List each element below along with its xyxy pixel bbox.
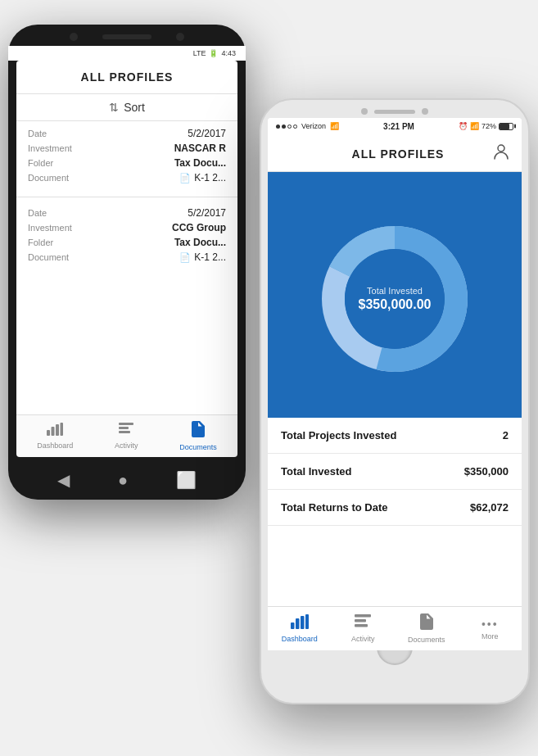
android-value-folder-1: Tax Docu... [85,157,226,169]
iphone-nav-activity[interactable]: Activity [338,614,387,618]
stat-value-invested: $350,000 [464,465,509,478]
android-status-bar: LTE 🔋 4:43 [8,46,246,61]
iphone-camera-right [422,108,428,115]
android-recent-button[interactable]: ⬜ [176,470,197,490]
android-value-doc-2: 📄K-1 2... [85,251,226,263]
iphone-bottom-nav: Dashboard Activity Docum [268,606,522,618]
android-nav-dashboard-label: Dashboard [37,441,73,450]
stats-section: Total Projects Invested 2 Total Invested… [268,418,522,526]
profile-icon[interactable] [492,143,510,165]
android-label-doc-1: Document [28,173,85,183]
iphone-camera [361,108,368,115]
iphone-speaker [374,110,415,114]
android-activity-icon [119,423,133,440]
iphone: Verizon 📶 3:21 PM ⏰ 📶 72% ALL PROFILES [260,98,530,704]
iphone-nav-documents[interactable]: Documents [402,613,451,618]
android-label-date-1: Date [28,129,85,138]
sort-arrows-icon: ⇅ [109,101,119,114]
iphone-nav-more[interactable]: ••• More [465,618,514,618]
carrier-name: Verizon [301,122,326,130]
svg-rect-14 [301,616,305,618]
iphone-screen: Verizon 📶 3:21 PM ⏰ 📶 72% ALL PROFILES [268,118,522,618]
android-phone: LTE 🔋 4:43 ALL PROFILES ⇅ Sort Date 5/2/… [8,25,246,500]
signal-dot-3 [287,124,292,129]
android-field-date-1: Date 5/2/2017 [28,128,226,139]
iphone-time: 3:21 PM [383,122,414,131]
iphone-top [261,100,528,118]
svg-rect-16 [355,614,371,618]
android-nav-activity[interactable]: Activity [115,423,138,450]
donut-center-text: Total Invested $350,000.00 [359,286,432,312]
android-label-folder-1: Folder [28,158,85,168]
android-sort-bar[interactable]: ⇅ Sort [16,94,237,121]
iphone-activity-icon [355,614,371,618]
android-value-date-2: 5/2/2017 [85,207,226,219]
donut-chart: Total Invested $350,000.00 [313,217,477,381]
donut-amount: $350,000.00 [359,297,432,312]
stat-value-returns: $62,072 [470,501,509,514]
svg-rect-0 [47,430,50,436]
iphone-nav-dashboard[interactable]: Dashboard [275,614,324,618]
android-header-title: ALL PROFILES [81,70,174,84]
android-network: LTE [193,49,206,57]
android-camera-right [176,33,184,41]
android-bottom-nav: Dashboard Activity Documents [16,414,237,457]
android-screen: ALL PROFILES ⇅ Sort Date 5/2/2017 Invest… [16,61,237,454]
battery-pct: 72% [481,122,496,130]
svg-rect-15 [305,614,309,618]
android-field-doc-2: Document 📄K-1 2... [28,251,226,263]
pdf-icon-2: 📄 [179,252,191,262]
android-label-investment-1: Investment [28,143,85,153]
android-value-date-1: 5/2/2017 [85,128,226,139]
android-label-folder-2: Folder [28,238,85,247]
stat-label-returns: Total Returns to Date [281,501,388,514]
android-speaker [102,34,151,39]
battery-tip [514,124,516,129]
alarm-icon: ⏰ [459,122,468,130]
iphone-dashboard-icon [291,614,309,618]
pdf-icon-1: 📄 [179,173,191,183]
android-record-1: Date 5/2/2017 Investment NASCAR R Folder… [16,121,237,193]
battery-icon [499,123,513,130]
android-nav-dashboard[interactable]: Dashboard [37,423,73,450]
iphone-more-icon: ••• [481,618,499,618]
stat-label-projects: Total Projects Invested [281,429,396,441]
android-value-folder-2: Tax Docu... [85,237,226,248]
android-value-investment-2: CCG Group [85,222,226,233]
iphone-header-title: ALL PROFILES [304,147,492,161]
android-top-bar [8,25,246,46]
svg-rect-4 [119,423,133,425]
android-back-button[interactable]: ◀ [57,470,70,490]
sort-label: Sort [124,101,145,114]
android-nav-documents-label: Documents [179,443,217,451]
stat-label-invested: Total Invested [281,465,351,478]
stat-row-invested: Total Invested $350,000 [268,454,522,490]
battery-fill [500,124,509,129]
signal-dot-4 [293,124,297,129]
android-hardware-buttons: ◀ ● ⬜ [16,465,237,495]
android-app-header: ALL PROFILES [16,61,237,94]
donut-label: Total Invested [359,286,432,296]
android-time: 4:43 [221,49,236,57]
android-camera [70,33,78,41]
android-dashboard-icon [47,423,63,440]
android-field-folder-2: Folder Tax Docu... [28,237,226,248]
android-nav-documents[interactable]: Documents [179,421,217,451]
iphone-documents-icon [420,613,433,618]
android-field-investment-1: Investment NASCAR R [28,143,226,154]
iphone-battery-area: ⏰ 📶 72% [459,122,513,130]
signal-dot-2 [282,124,286,129]
bluetooth-icon: 📶 [470,122,479,130]
android-field-investment-2: Investment CCG Group [28,222,226,233]
android-documents-icon [192,421,205,441]
svg-point-7 [498,145,504,152]
signal-dot-1 [276,124,280,129]
svg-rect-2 [56,424,59,436]
android-label-doc-2: Document [28,252,85,262]
stat-value-projects: 2 [503,429,509,441]
svg-rect-1 [52,427,55,436]
stat-row-projects: Total Projects Invested 2 [268,418,522,454]
donut-container: Total Invested $350,000.00 [268,172,522,418]
android-home-button[interactable]: ● [118,471,128,490]
android-value-doc-1: 📄K-1 2... [85,172,226,183]
